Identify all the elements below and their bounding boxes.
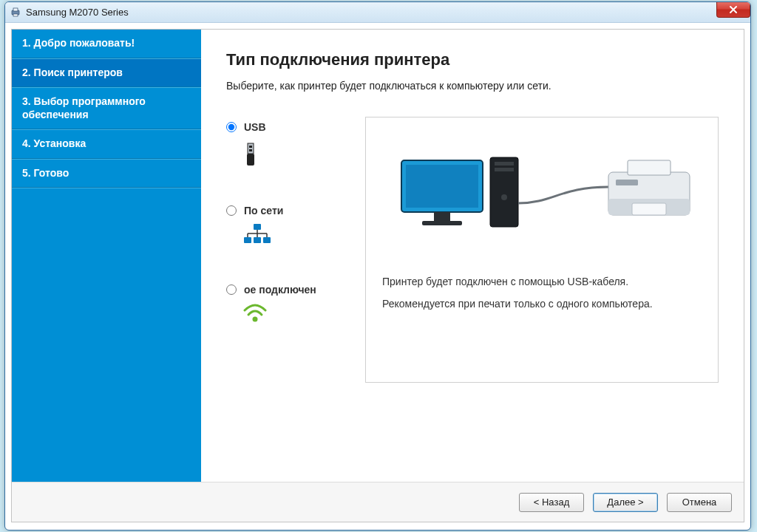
svg-rect-4 <box>248 143 254 154</box>
detail-text-1: Принтер будет подключен с помощью USB-ка… <box>382 276 702 287</box>
radio-usb[interactable] <box>226 122 237 132</box>
network-icon <box>242 224 346 248</box>
window-title: Samsung M2070 Series <box>26 7 129 18</box>
svg-rect-8 <box>244 237 251 243</box>
option-network[interactable]: По сети <box>226 205 346 248</box>
usb-icon <box>242 140 346 169</box>
svg-rect-3 <box>247 154 254 166</box>
option-wireless-label: ое подключен <box>244 284 316 296</box>
option-wireless-head[interactable]: ое подключен <box>226 284 346 296</box>
usb-illustration <box>382 144 702 255</box>
step-install[interactable]: 4. Установка <box>12 129 201 159</box>
radio-network[interactable] <box>226 205 237 216</box>
wifi-icon <box>242 303 346 326</box>
window-body: 1. Добро пожаловать! 2. Поиск принтеров … <box>11 29 744 522</box>
svg-rect-20 <box>422 221 462 225</box>
svg-rect-10 <box>263 237 271 243</box>
svg-point-16 <box>253 317 258 322</box>
svg-rect-2 <box>13 14 18 16</box>
titlebar: Samsung M2070 Series <box>5 2 750 23</box>
svg-rect-18 <box>406 165 478 208</box>
next-button[interactable]: Далее > <box>593 493 658 512</box>
connection-options: USB <box>226 117 346 326</box>
page-title: Тип подключения принтера <box>226 50 719 69</box>
step-search-printers[interactable]: 2. Поиск принтеров <box>12 58 201 88</box>
option-usb-head[interactable]: USB <box>226 121 346 133</box>
option-network-label: По сети <box>244 205 283 216</box>
svg-rect-6 <box>249 149 252 151</box>
svg-rect-19 <box>434 212 450 221</box>
content-area: 1. Добро пожаловать! 2. Поиск принтеров … <box>12 30 744 482</box>
wizard-footer: < Назад Далее > Отмена <box>12 482 744 522</box>
option-usb-label: USB <box>244 121 266 133</box>
sidebar-fill <box>12 188 201 482</box>
installer-window: Samsung M2070 Series 1. Добро пожаловать… <box>4 1 751 531</box>
main-panel: Тип подключения принтера Выберите, как п… <box>201 30 744 482</box>
option-usb[interactable]: USB <box>226 121 346 169</box>
option-network-head[interactable]: По сети <box>226 205 346 216</box>
option-wireless[interactable]: ое подключен <box>226 284 346 326</box>
cancel-button[interactable]: Отмена <box>667 493 732 512</box>
radio-wireless[interactable] <box>226 284 237 295</box>
detail-text-2: Рекомендуется при печати только с одного… <box>382 298 702 310</box>
svg-rect-29 <box>616 180 638 185</box>
svg-rect-1 <box>13 8 18 11</box>
printer-app-icon <box>10 7 21 18</box>
detail-panel: Принтер будет подключен с помощью USB-ка… <box>365 117 719 383</box>
svg-point-24 <box>501 194 507 200</box>
svg-rect-28 <box>632 203 666 215</box>
steps-sidebar: 1. Добро пожаловать! 2. Поиск принтеров … <box>12 30 201 482</box>
step-welcome[interactable]: 1. Добро пожаловать! <box>12 30 201 58</box>
step-done[interactable]: 5. Готово <box>12 159 201 188</box>
options-row: USB <box>226 117 719 383</box>
page-subtitle: Выберите, как принтер будет подключаться… <box>226 80 719 92</box>
svg-rect-7 <box>254 224 261 230</box>
close-button[interactable] <box>716 2 750 18</box>
svg-rect-22 <box>495 162 514 166</box>
back-button[interactable]: < Назад <box>519 493 584 512</box>
svg-rect-9 <box>254 237 261 243</box>
step-select-software[interactable]: 3. Выбор программного обеспечения <box>12 87 201 129</box>
svg-rect-27 <box>628 160 671 175</box>
svg-rect-23 <box>495 168 514 171</box>
svg-rect-5 <box>249 146 252 148</box>
